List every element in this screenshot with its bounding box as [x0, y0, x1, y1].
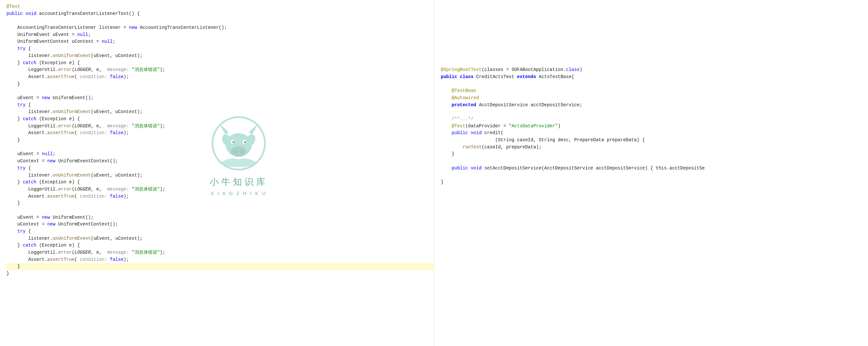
- code-line: }: [6, 137, 434, 144]
- code-line: Assert.assertTrue( condition: false);: [6, 73, 434, 81]
- keyword: catch: [23, 243, 36, 248]
- code-line: } catch (Exception e) {: [6, 242, 434, 249]
- code-text: }: [6, 200, 20, 206]
- code-line: [441, 24, 868, 31]
- code-text: (dataProvider =: [465, 123, 509, 129]
- code-text: }: [441, 151, 455, 156]
- code-line: @Test: [6, 3, 434, 10]
- code-line: listener.onUniformEvent(uEvent, uContext…: [6, 53, 434, 60]
- code-text: listener.onUniformEvent(uEvent, uContext…: [6, 53, 143, 58]
- code-text: (Exception e) {: [36, 60, 80, 65]
- code-text: uContext = new UniformEventContext();: [6, 158, 118, 164]
- keyword: try: [18, 102, 26, 107]
- code-line: [6, 88, 434, 95]
- code-text: }: [6, 180, 23, 185]
- code-text: }: [6, 137, 20, 143]
- code-text: uEvent = new UniformEvent();: [6, 95, 94, 100]
- code-text: UniformEvent uEvent = null;: [6, 32, 91, 37]
- code-text: CreditActsTest: [473, 74, 517, 80]
- comment: /**...*/: [452, 116, 473, 122]
- code-line: [441, 10, 868, 18]
- code-text: [6, 102, 18, 107]
- code-line: [441, 108, 868, 116]
- code-line: (String caseId, String desc, PrepareData…: [441, 137, 868, 144]
- code-line: [6, 207, 434, 214]
- code-text: setAcctDepositService(AcctDepositService…: [482, 165, 705, 171]
- code-text: {: [26, 46, 31, 51]
- keyword: class: [460, 74, 473, 80]
- code-line: @Autowired: [441, 95, 868, 102]
- code-line: [441, 172, 868, 179]
- annotation: @Test: [452, 123, 465, 129]
- code-text: (Exception e) {: [36, 116, 80, 122]
- code-line: uContext = new UniformEventContext();: [6, 221, 434, 228]
- code-line: LoggerUtil.error(LOGGER, e, message: "消息…: [6, 249, 434, 256]
- code-line: uContext = new UniformEventContext();: [6, 158, 434, 165]
- code-line-highlighted: }: [6, 263, 434, 270]
- code-line: @TestBean: [441, 88, 868, 95]
- code-text: Assert.assertTrue( condition: false);: [6, 257, 129, 262]
- code-text: }: [6, 60, 23, 65]
- code-line: AccountingTransCenterListener listener =…: [6, 24, 434, 31]
- code-line: uEvent = null;: [6, 151, 434, 158]
- code-text: [441, 88, 452, 93]
- code-text: {: [26, 229, 31, 234]
- code-line: [441, 31, 868, 38]
- left-panel: @Test public void accountingTransCenterL…: [0, 0, 434, 346]
- code-line: uEvent = new UniformEvent();: [6, 95, 434, 102]
- code-text: (String caseId, String desc, PrepareData…: [441, 137, 645, 143]
- code-text: [457, 74, 460, 80]
- code-line: }: [441, 151, 868, 158]
- code-text: AccountingTransCenterListener listener =…: [6, 25, 227, 30]
- code-line: UniformEventContext uContext = null;: [6, 38, 434, 45]
- annotation: @TestBean: [452, 88, 476, 93]
- code-text: [441, 130, 452, 135]
- keyword: try: [18, 229, 26, 234]
- code-text: LoggerUtil.error(LOGGER, e, message: "消息…: [6, 123, 165, 129]
- string: "ActsDataProvider": [509, 123, 558, 129]
- code-text: LoggerUtil.error(LOGGER, e, message: "消息…: [6, 187, 165, 192]
- code-line: }: [6, 200, 434, 207]
- code-line: LoggerUtil.error(LOGGER, e, message: "消息…: [6, 123, 434, 130]
- code-line: uEvent = new UniformEvent();: [6, 214, 434, 221]
- keyword: class: [566, 67, 580, 72]
- code-line: listener.onUniformEvent(uEvent, uContext…: [6, 235, 434, 242]
- code-line: LoggerUtil.error(LOGGER, e, message: "消息…: [6, 186, 434, 193]
- code-line: try {: [6, 165, 434, 172]
- code-text: listener.onUniformEvent(uEvent, uContext…: [6, 109, 143, 114]
- code-text: listener.onUniformEvent(uEvent, uContext…: [6, 236, 143, 241]
- code-line: [441, 38, 868, 45]
- keyword: extends: [517, 74, 536, 80]
- keyword: public: [452, 165, 468, 171]
- annotation: @SpringBootTest: [441, 67, 482, 72]
- code-line: public void accountingTransCenterListene…: [6, 10, 434, 18]
- code-line: } catch (Exception e) {: [6, 60, 434, 67]
- keyword: void: [471, 165, 482, 171]
- code-line: Assert.assertTrue( condition: false);: [6, 130, 434, 137]
- right-panel: @SpringBootTest(classes = SOFABootApplic…: [434, 0, 868, 346]
- code-text: }: [6, 243, 23, 248]
- code-line: public void credit(: [441, 130, 868, 137]
- annotation: @Test: [6, 4, 20, 9]
- keyword: public: [441, 74, 457, 80]
- code-text: uEvent = new UniformEvent();: [6, 215, 94, 220]
- code-text: LoggerUtil.error(LOGGER, e, message: "消息…: [6, 250, 165, 255]
- keyword: catch: [23, 180, 36, 185]
- code-text: {: [26, 165, 31, 171]
- code-line: [441, 81, 868, 88]
- code-text: listener.onUniformEvent(uEvent, uContext…: [6, 173, 143, 178]
- code-text: }: [6, 81, 20, 87]
- code-line: public void setAcctDepositService(AcctDe…: [441, 165, 868, 172]
- code-line: listener.onUniformEvent(uEvent, uContext…: [6, 108, 434, 116]
- code-line: /**...*/: [441, 116, 868, 123]
- code-line: [6, 144, 434, 151]
- code-text: uContext = new UniformEventContext();: [6, 222, 118, 227]
- code-text: credit(: [482, 130, 503, 135]
- code-line: try {: [6, 45, 434, 53]
- code-line: [441, 53, 868, 60]
- code-line: @SpringBootTest(classes = SOFABootApplic…: [441, 66, 868, 73]
- code-text: ): [558, 123, 560, 129]
- code-line: }: [6, 81, 434, 88]
- code-text: (Exception e) {: [36, 180, 80, 185]
- code-line: listener.onUniformEvent(uEvent, uContext…: [6, 172, 434, 179]
